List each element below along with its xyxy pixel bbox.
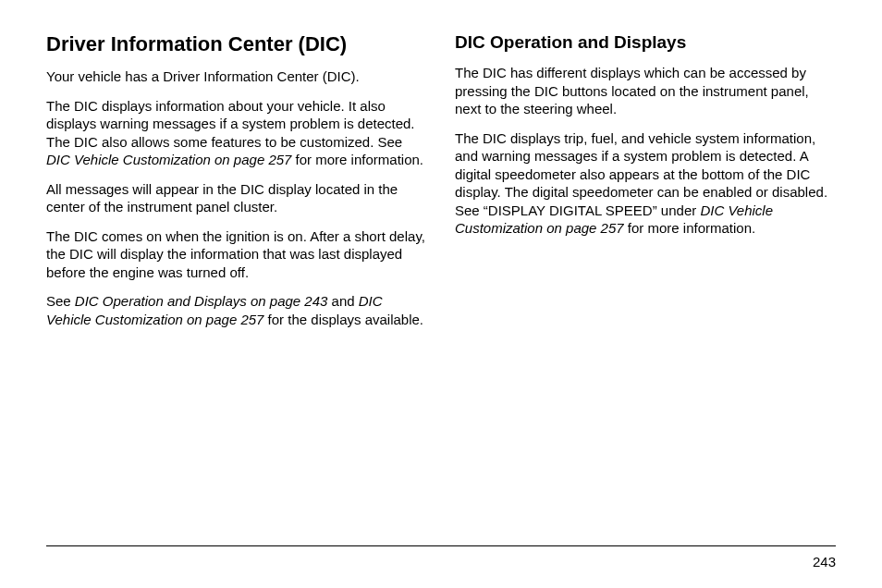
text: for the displays available. xyxy=(263,312,423,327)
sub-heading: DIC Operation and Displays xyxy=(455,32,836,53)
paragraph-5: See DIC Operation and Displays on page 2… xyxy=(46,292,427,328)
text: for more information. xyxy=(624,220,756,236)
text: for more information. xyxy=(291,152,423,167)
footer-divider xyxy=(46,545,836,546)
main-heading: Driver Information Center (DIC) xyxy=(46,32,427,56)
paragraph-2: The DIC displays information about your … xyxy=(46,97,427,169)
paragraph-3: All messages will appear in the DIC disp… xyxy=(46,180,427,216)
right-column: DIC Operation and Displays The DIC has d… xyxy=(455,32,836,339)
cross-reference: DIC Operation and Displays on page 243 xyxy=(75,293,328,309)
paragraph-2: The DIC displays trip, fuel, and vehicle… xyxy=(455,129,836,238)
text: and xyxy=(327,293,358,309)
paragraph-4: The DIC comes on when the ignition is on… xyxy=(46,227,427,282)
text: See xyxy=(46,293,75,309)
left-column: Driver Information Center (DIC) Your veh… xyxy=(46,32,427,339)
page-number: 243 xyxy=(813,554,836,570)
page-content: Driver Information Center (DIC) Your veh… xyxy=(46,32,836,339)
paragraph-1: The DIC has different displays which can… xyxy=(455,64,836,118)
text: The DIC displays information about your … xyxy=(46,98,415,150)
cross-reference: DIC Vehicle Customization on page 257 xyxy=(46,152,291,167)
paragraph-1: Your vehicle has a Driver Information Ce… xyxy=(46,67,427,86)
